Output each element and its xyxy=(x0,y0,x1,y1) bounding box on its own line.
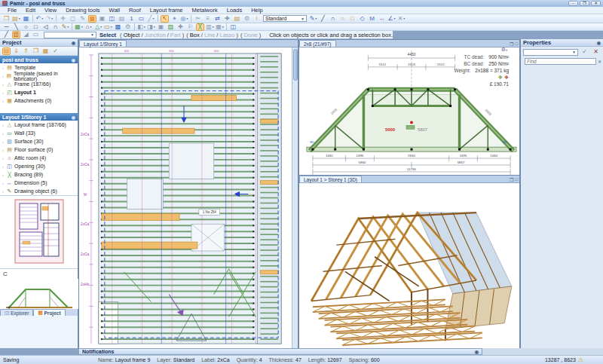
open-project-icon[interactable]: ▤▾ xyxy=(12,15,20,23)
rect-tool-icon[interactable]: □ xyxy=(348,15,357,23)
collapse-icon[interactable]: ◉ xyxy=(72,57,75,63)
copy-icon[interactable]: ❐ xyxy=(32,47,40,55)
truss-drawing-area[interactable]: 5000 5807 4450 1512 1503 1512 2933 2933 … xyxy=(299,47,519,175)
quick-line-icon[interactable]: ╱ xyxy=(2,31,11,38)
tree-item-template-saved-in-fabricator[interactable]: ›▤Template (saved in fabricator) xyxy=(0,72,78,80)
tab-project[interactable]: ▤ Project xyxy=(33,309,65,316)
lock-right-icon[interactable]: ◨▾ xyxy=(147,23,155,31)
save-icon[interactable]: ▦ xyxy=(22,15,30,23)
lamp-icon[interactable]: ! xyxy=(253,15,261,23)
bar-icon[interactable]: ▭ xyxy=(32,31,40,38)
close-button[interactable]: ✕ xyxy=(591,1,601,6)
standard-combo[interactable]: Standard ▼ xyxy=(263,15,307,22)
tree-item-surface-30[interactable]: ›▧Surface (30) xyxy=(0,137,78,145)
apply-check-icon[interactable]: ✓ xyxy=(580,48,589,56)
settings-icon[interactable]: ⚙ xyxy=(124,23,132,31)
tree-item-attic-room-4[interactable]: ›⌂Attic room (4) xyxy=(0,154,78,162)
new-document-icon[interactable]: ❒ xyxy=(2,15,11,23)
panel-tool-icon[interactable]: ▩ xyxy=(114,23,122,31)
frame-view-icon[interactable]: ▣ xyxy=(98,15,106,23)
grid-icon[interactable]: ▦▾ xyxy=(216,23,224,31)
beam-tool-icon[interactable]: ▭▾ xyxy=(104,23,112,31)
restore-button[interactable]: ❐ xyxy=(580,1,589,6)
tree-item-frame-187-66[interactable]: ›△Frame (187/66) xyxy=(0,80,78,88)
metalwork-icon[interactable]: ▥▾ xyxy=(206,23,214,31)
menu-roof[interactable]: Roof xyxy=(124,7,145,14)
fill-icon[interactable]: ▨ xyxy=(167,23,175,31)
prompt-option-box[interactable]: Box xyxy=(190,32,200,38)
menu-edit[interactable]: Edit xyxy=(21,7,40,14)
stamp-icon[interactable]: ▣ xyxy=(157,23,165,31)
tree-item-floor-surface-0[interactable]: ›▤Floor surface (0) xyxy=(0,145,78,154)
menu-metalwork[interactable]: Metalwork xyxy=(188,7,222,14)
notifications-bar[interactable]: Notifications ◉ xyxy=(78,348,482,355)
pin-icon[interactable]: ◉ xyxy=(597,40,601,45)
circle-tool-icon[interactable]: ○ xyxy=(338,15,347,23)
truss-tool-icon[interactable]: △▾ xyxy=(94,23,103,31)
menu-loads[interactable]: Loads xyxy=(222,7,246,14)
section-header-1[interactable]: Layout 1/Storey 1◉ xyxy=(0,113,78,121)
wall-tool-icon[interactable]: ▦▾ xyxy=(75,23,83,31)
tree-item-drawing-object-6[interactable]: ›✎Drawing object (6) xyxy=(0,187,78,195)
zoom-extents-icon[interactable]: ◻ xyxy=(69,15,77,23)
menu-view[interactable]: View xyxy=(40,7,61,14)
gear-icon[interactable]: ⚙▾ xyxy=(501,47,507,53)
draw-pen-icon[interactable]: ✎▾ xyxy=(61,23,69,31)
corner-icon[interactable]: ◢ xyxy=(22,31,30,38)
tab-layout-storey[interactable]: Layout 1/Storey 1 xyxy=(79,40,127,47)
collapse-icon[interactable]: ◉ xyxy=(72,115,75,120)
properties-combo[interactable]: ▼ xyxy=(523,49,578,56)
view-3d-area[interactable] xyxy=(299,183,519,348)
tree-item-layout-frame-187-66[interactable]: ›△Layout frame (187/66) xyxy=(0,121,78,129)
maximize-view-icon[interactable]: □ xyxy=(515,177,518,182)
eraser-tool-icon[interactable]: ✕▾ xyxy=(397,15,406,23)
list-icon[interactable]: ▦ xyxy=(41,47,50,55)
cut-icon[interactable]: ✂ xyxy=(194,15,202,23)
float-view-icon[interactable]: ❐ xyxy=(510,177,513,182)
monitor-icon[interactable]: ▭ xyxy=(137,15,145,23)
tree-item-wall-33[interactable]: ›▭Wall (33) xyxy=(0,129,78,137)
menu-help[interactable]: Help xyxy=(246,7,267,14)
bracing-tool-icon[interactable]: ╳ xyxy=(196,23,204,31)
draw-arc-icon[interactable]: ∩ xyxy=(51,23,60,31)
tree-item-bracing-89[interactable]: ›╳Bracing (89) xyxy=(0,170,78,179)
snap-icon[interactable]: ⌖ xyxy=(170,15,179,23)
undo-icon[interactable]: ↶▾ xyxy=(35,15,44,23)
redo-icon[interactable]: ↷▾ xyxy=(45,15,54,23)
polygon-tool-icon[interactable]: ◇ xyxy=(358,15,366,23)
image-icon[interactable]: ◫ xyxy=(229,23,237,31)
flag-icon[interactable]: ⚐ xyxy=(186,23,194,31)
tree-item-layout-1[interactable]: ›◰Layout 1 xyxy=(0,88,78,96)
pin-icon[interactable]: ◉ xyxy=(475,349,479,354)
tree-item-opening-30[interactable]: ›◫Opening (30) xyxy=(0,162,78,170)
page-number-icon[interactable]: 1 xyxy=(127,15,136,23)
draw-rect-icon[interactable]: □ xyxy=(32,23,40,31)
tab-truss-frame[interactable]: 2x8 (21/#97) xyxy=(299,40,336,47)
folder-icon[interactable]: ▤ xyxy=(233,15,241,23)
tab-3d-view[interactable]: Layout 1 > Storey 1 (3D) xyxy=(299,176,362,182)
scrollbar-thumb[interactable] xyxy=(293,49,298,81)
highlight-icon[interactable]: ▨ xyxy=(12,31,20,38)
line-tool-icon[interactable]: ╱ xyxy=(319,15,327,23)
menu-wall[interactable]: Wall xyxy=(105,7,124,14)
draw-line-icon[interactable]: ─ xyxy=(2,23,11,31)
angle-tool-icon[interactable]: ∠▾ xyxy=(387,15,396,23)
menu-drawing-tools[interactable]: Drawing tools xyxy=(61,7,104,14)
tab-explorer[interactable]: ◫ Explorer xyxy=(0,309,33,316)
float-view-icon[interactable]: ❐ xyxy=(510,41,513,47)
filter-combo[interactable]: ▼ xyxy=(44,32,96,38)
minimize-button[interactable]: ─ xyxy=(568,1,578,6)
text-tool-icon[interactable]: M xyxy=(368,15,376,23)
dimension-tool-icon[interactable]: ↔ xyxy=(378,15,386,23)
plan-thumbnail[interactable] xyxy=(0,196,78,267)
pen-style-icon[interactable]: ✎▾ xyxy=(309,15,317,23)
slash-tool-icon[interactable]: ╱▾ xyxy=(147,15,155,23)
draw-triangle-icon[interactable]: ◁ xyxy=(41,23,50,31)
draw-diagonal-icon[interactable]: ╲ xyxy=(12,23,20,31)
new-template-icon[interactable]: ▤ xyxy=(2,47,11,55)
edit-icon[interactable]: ✎ xyxy=(78,15,87,23)
move-icon[interactable]: ⇄ xyxy=(213,15,222,23)
pan-icon[interactable]: ✛ xyxy=(59,15,67,23)
picture-icon[interactable]: ◫ xyxy=(108,15,116,23)
layout-drawing-area[interactable]: 1 No 254 2xCa 2xCa M 2xCa 2xCa 2xHb 600 … xyxy=(79,47,298,348)
